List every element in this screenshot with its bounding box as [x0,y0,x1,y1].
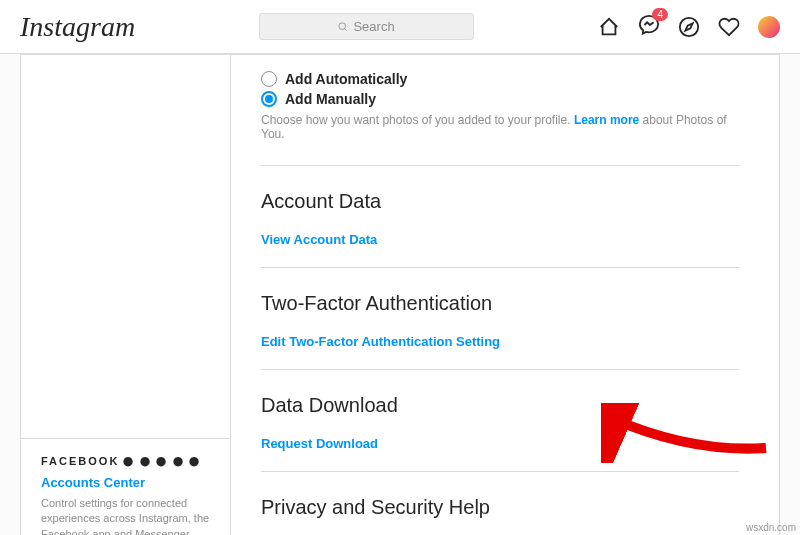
edit-two-factor-link[interactable]: Edit Two-Factor Authentication Setting [261,334,500,349]
facebook-description: Control settings for connected experienc… [41,496,210,535]
logo[interactable]: Instagram [20,11,135,43]
sidebar: FACEBOOK ⬤ ⬤ ⬤ ⬤ ⬤ Accounts Center Contr… [21,55,231,535]
section-two-factor: Two-Factor Authentication Edit Two-Facto… [261,267,739,369]
facebook-box: FACEBOOK ⬤ ⬤ ⬤ ⬤ ⬤ Accounts Center Contr… [21,438,230,535]
facebook-apps-icons: ⬤ ⬤ ⬤ ⬤ ⬤ [123,456,201,466]
radio-checked-icon [261,91,277,107]
photos-help-text: Choose how you want photos of you added … [261,113,739,141]
heart-icon[interactable] [718,16,740,38]
help-text-pre: Choose how you want photos of you added … [261,113,574,127]
section-title: Account Data [261,190,739,213]
section-data-download: Data Download Request Download [261,369,739,471]
facebook-label: FACEBOOK [41,455,119,467]
section-title: Privacy and Security Help [261,496,739,519]
settings-container: FACEBOOK ⬤ ⬤ ⬤ ⬤ ⬤ Accounts Center Contr… [20,54,780,535]
section-account-data: Account Data View Account Data [261,165,739,267]
learn-more-link[interactable]: Learn more [574,113,639,127]
section-privacy-help: Privacy and Security Help Support [261,471,739,535]
radio-unchecked-icon [261,71,277,87]
radio-label: Add Manually [285,91,376,107]
messenger-icon-wrap[interactable]: 4 [638,14,660,39]
photos-radio-group: Add Automatically Add Manually [261,71,739,107]
section-title: Data Download [261,394,739,417]
watermark: wsxdn.com [746,522,796,533]
header: Instagram Search 4 [0,0,800,54]
facebook-title: FACEBOOK ⬤ ⬤ ⬤ ⬤ ⬤ [41,455,210,467]
search-input[interactable]: Search [259,13,474,40]
search-placeholder: Search [353,19,394,34]
accounts-center-link[interactable]: Accounts Center [41,475,210,490]
svg-point-0 [680,17,698,35]
nav-icons: 4 [598,14,780,39]
radio-add-automatically[interactable]: Add Automatically [261,71,739,87]
notification-badge: 4 [652,8,668,21]
request-download-link[interactable]: Request Download [261,436,378,451]
section-title: Two-Factor Authentication [261,292,739,315]
explore-icon[interactable] [678,16,700,38]
main-content: Add Automatically Add Manually Choose ho… [231,55,779,535]
avatar[interactable] [758,16,780,38]
home-icon[interactable] [598,16,620,38]
view-account-data-link[interactable]: View Account Data [261,232,377,247]
radio-add-manually[interactable]: Add Manually [261,91,739,107]
radio-label: Add Automatically [285,71,407,87]
search-icon [338,22,348,32]
